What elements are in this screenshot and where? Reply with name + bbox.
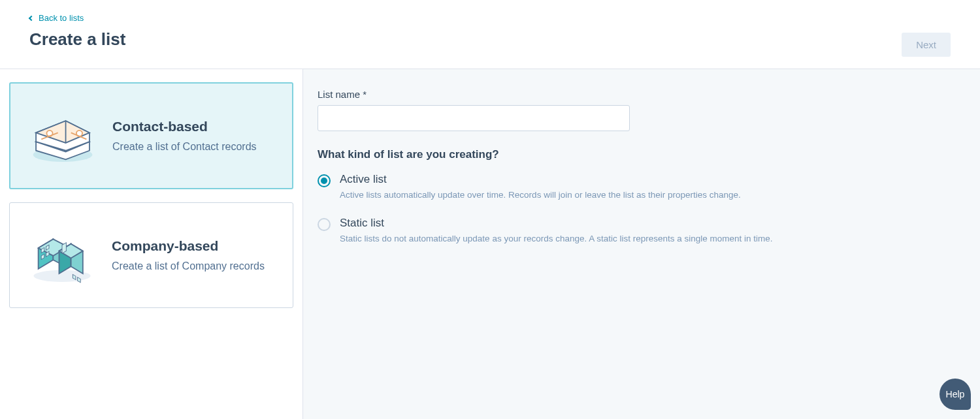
contact-card-title: Contact-based — [112, 119, 257, 134]
back-link-label: Back to lists — [39, 13, 84, 23]
page-header: Back to lists Create a list Next — [0, 0, 980, 69]
page-title: Create a list — [29, 29, 125, 50]
contact-card-desc: Create a list of Contact records — [112, 141, 257, 153]
static-list-desc: Static lists do not automatically update… — [340, 234, 773, 243]
company-based-card[interactable]: Company-based Create a list of Company r… — [9, 202, 293, 308]
active-list-radio[interactable]: Active list Active lists automatically u… — [318, 173, 966, 200]
list-kind-radio-group: Active list Active lists automatically u… — [318, 173, 966, 243]
list-type-panel: Contact-based Create a list of Contact r… — [0, 69, 303, 419]
card-text: Company-based Create a list of Company r… — [112, 238, 265, 272]
help-button[interactable]: Help — [939, 379, 971, 410]
chevron-left-icon — [29, 15, 34, 20]
building-icon — [29, 223, 95, 288]
radio-icon — [318, 174, 331, 187]
radio-content: Static list Static lists do not automati… — [340, 217, 773, 243]
list-kind-heading: What kind of list are you creating? — [318, 148, 966, 161]
back-to-lists-link[interactable]: Back to lists — [29, 13, 125, 23]
company-card-title: Company-based — [112, 238, 265, 254]
next-button[interactable]: Next — [902, 33, 951, 57]
radio-icon — [318, 218, 331, 231]
company-card-desc: Create a list of Company records — [112, 260, 265, 272]
card-text: Contact-based Create a list of Contact r… — [112, 119, 257, 153]
contact-book-icon — [30, 103, 95, 168]
radio-content: Active list Active lists automatically u… — [340, 173, 741, 200]
contact-based-card[interactable]: Contact-based Create a list of Contact r… — [9, 82, 293, 189]
static-list-label: Static list — [340, 217, 773, 230]
main-content: Contact-based Create a list of Contact r… — [0, 69, 980, 419]
active-list-desc: Active lists automatically update over t… — [340, 190, 741, 200]
header-left: Back to lists Create a list — [29, 13, 125, 50]
static-list-radio[interactable]: Static list Static lists do not automati… — [318, 217, 966, 243]
list-name-label: List name * — [318, 89, 966, 100]
list-name-input[interactable] — [318, 105, 630, 131]
active-list-label: Active list — [340, 173, 741, 186]
radio-inner-dot — [321, 178, 327, 184]
form-panel: List name * What kind of list are you cr… — [303, 69, 980, 419]
